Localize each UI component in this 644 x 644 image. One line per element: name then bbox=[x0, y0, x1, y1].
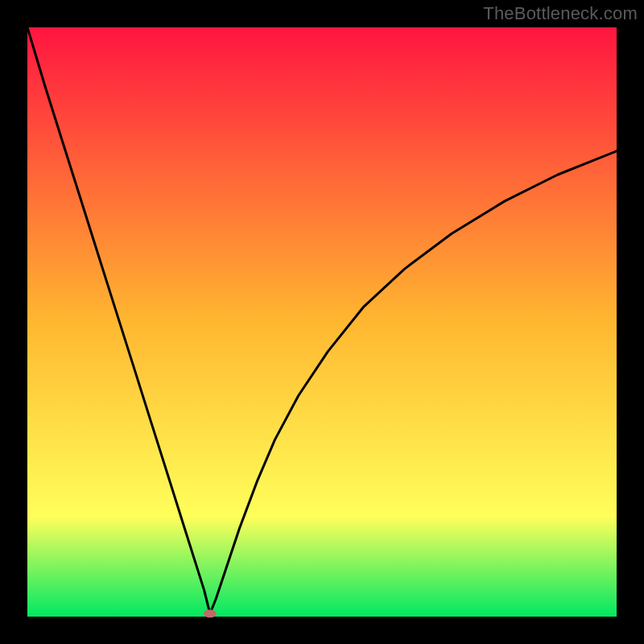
watermark-label: TheBottleneck.com bbox=[483, 3, 638, 24]
bottleneck-chart bbox=[0, 0, 644, 644]
optimal-point-marker bbox=[204, 609, 217, 617]
plot-background bbox=[27, 27, 617, 617]
chart-frame: TheBottleneck.com bbox=[0, 0, 644, 644]
